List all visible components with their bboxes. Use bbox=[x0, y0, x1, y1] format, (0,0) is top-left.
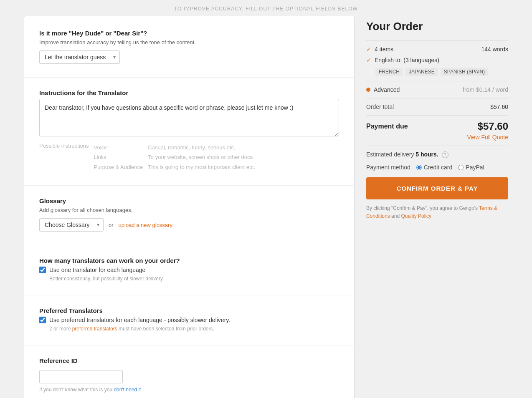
glossary-select-wrapper[interactable]: Choose Glossary bbox=[39, 218, 104, 232]
lang-tag-japanese: JAPANESE bbox=[405, 68, 438, 76]
tone-subtitle: Improve translation accuracy by telling … bbox=[39, 39, 339, 45]
order-divider-5 bbox=[366, 146, 508, 146]
preferred-hint-prefix: 2 or more bbox=[49, 326, 72, 332]
order-divider-2 bbox=[366, 81, 508, 81]
pi-key-voice: Voice bbox=[94, 143, 143, 152]
divider-3 bbox=[24, 245, 354, 245]
pi-value-links: To your website, screen shots or other d… bbox=[148, 152, 255, 162]
page-top-hint: TO IMPROVE ACCURACY, FILL OUT THE OPTION… bbox=[0, 0, 532, 16]
translator-checkbox[interactable] bbox=[39, 267, 46, 273]
pi-label: Possible instructions bbox=[39, 143, 89, 172]
form-panel: Is it more "Hey Dude" or "Dear Sir"? Imp… bbox=[24, 16, 355, 398]
pi-key-purpose: Purpose & Audience bbox=[94, 162, 143, 172]
credit-card-radio[interactable] bbox=[416, 165, 422, 170]
lang-tags: FRENCH JAPANESE SPANISH (SPAIN) bbox=[375, 68, 508, 76]
glossary-section: Glossary Add glossary for all chosen lan… bbox=[39, 197, 339, 232]
check-icon-languages: ✓ bbox=[366, 57, 371, 63]
confirm-order-button[interactable]: CONFIRM ORDER & PAY bbox=[366, 177, 508, 199]
translator-checkbox-row: Use one translator for each language bbox=[39, 267, 339, 273]
reference-input[interactable] bbox=[39, 370, 123, 383]
order-divider-3 bbox=[366, 98, 508, 98]
translator-hint: Better consistency, but possibility of s… bbox=[49, 276, 339, 282]
order-total-row: Order total $57.60 bbox=[366, 103, 508, 110]
terms-prefix: By clicking "Confirm & Pay", you agree t… bbox=[366, 205, 479, 211]
estimated-delivery: Estimated delivery 5 hours. ? bbox=[366, 151, 508, 158]
quality-policy-link[interactable]: Quality Policy bbox=[401, 213, 431, 219]
instructions-title: Instructions for the Translator bbox=[39, 89, 339, 96]
preferred-section: Preferred Translators Use preferred tran… bbox=[39, 307, 339, 332]
ref-hint-link[interactable]: don't need it bbox=[114, 387, 141, 393]
tone-select-wrapper[interactable]: Let the translator guess Formal Informal… bbox=[39, 50, 120, 64]
paypal-radio[interactable] bbox=[458, 165, 464, 170]
preferred-translators-link[interactable]: preferred translators bbox=[72, 326, 117, 332]
translator-checkbox-label[interactable]: Use one translator for each language bbox=[49, 267, 145, 273]
payment-due-value: $57.60 bbox=[478, 121, 508, 132]
credit-card-label: Credit card bbox=[424, 164, 452, 171]
order-title: Your Order bbox=[366, 20, 508, 33]
advanced-label: Advanced bbox=[374, 86, 400, 93]
advanced-row: Advanced from $0.14 / word bbox=[366, 86, 508, 93]
glossary-or: or bbox=[109, 222, 114, 228]
glossary-row: Choose Glossary or upload a new glossary bbox=[39, 218, 339, 232]
preferred-hint-suffix: must have been selected from prior order… bbox=[117, 326, 214, 332]
glossary-subtitle: Add glossary for all chosen languages. bbox=[39, 207, 339, 213]
order-total-label: Order total bbox=[366, 103, 394, 110]
tone-title: Is it more "Hey Dude" or "Dear Sir"? bbox=[39, 30, 339, 37]
top-hint-text: TO IMPROVE ACCURACY, FILL OUT THE OPTION… bbox=[174, 6, 358, 12]
pi-key-links: Links bbox=[94, 152, 143, 162]
order-total-value: $57.60 bbox=[490, 103, 508, 110]
credit-card-option[interactable]: Credit card bbox=[416, 164, 452, 171]
order-panel: Your Order ✓ 4 items 144 words ✓ English… bbox=[366, 16, 508, 221]
pi-value-purpose: This is going to my most important clien… bbox=[148, 162, 255, 172]
glossary-select[interactable]: Choose Glossary bbox=[39, 218, 104, 232]
estimated-label: Estimated delivery bbox=[366, 151, 414, 158]
upload-glossary-link[interactable]: upload a new glossary bbox=[119, 222, 172, 228]
order-divider-1 bbox=[366, 40, 508, 41]
advanced-dot-icon bbox=[366, 88, 370, 92]
preferred-checkbox[interactable] bbox=[39, 317, 46, 323]
reference-title: Reference ID bbox=[39, 357, 339, 364]
help-icon[interactable]: ? bbox=[442, 151, 448, 158]
translators-section: How many translators can work on your or… bbox=[39, 257, 339, 282]
preferred-hint: 2 or more preferred translators must hav… bbox=[49, 326, 339, 332]
tone-select[interactable]: Let the translator guess Formal Informal… bbox=[39, 50, 120, 64]
estimated-value: 5 hours. bbox=[415, 151, 438, 158]
reference-section: Reference ID If you don't know what this… bbox=[39, 357, 339, 393]
ref-hint-prefix: If you don't know what this is you bbox=[39, 387, 114, 393]
instructions-textarea[interactable]: Dear translator, if you have questions a… bbox=[39, 99, 339, 136]
payment-method-row: Payment method Credit card PayPal bbox=[366, 164, 508, 171]
order-items-row: ✓ 4 items 144 words bbox=[366, 46, 508, 53]
order-items-words: 144 words bbox=[481, 46, 508, 53]
translators-title: How many translators can work on your or… bbox=[39, 257, 339, 264]
order-languages-text: English to: (3 languages) bbox=[375, 57, 439, 63]
instructions-section: Instructions for the Translator Dear tra… bbox=[39, 89, 339, 172]
divider-1 bbox=[24, 77, 354, 78]
paypal-option[interactable]: PayPal bbox=[458, 164, 484, 171]
payment-due-label: Payment due bbox=[366, 123, 408, 130]
preferred-title: Preferred Translators bbox=[39, 307, 339, 314]
view-full-quote-link[interactable]: View Full Quote bbox=[366, 134, 508, 141]
divider-2 bbox=[24, 185, 354, 186]
possible-instructions: Possible instructions Voice Links Purpos… bbox=[39, 143, 339, 172]
check-icon-items: ✓ bbox=[366, 46, 371, 53]
pi-values: Casual, romantic, funny, serious etc. To… bbox=[148, 143, 255, 172]
payment-due-row: Payment due $57.60 bbox=[366, 121, 508, 132]
lang-tag-spanish: SPANISH (SPAIN) bbox=[441, 68, 488, 76]
terms-text: By clicking "Confirm & Pay", you agree t… bbox=[366, 204, 508, 220]
preferred-checkbox-label[interactable]: Use preferred translators for each langu… bbox=[49, 317, 230, 323]
pi-keys: Voice Links Purpose & Audience bbox=[94, 143, 143, 172]
pi-value-voice: Casual, romantic, funny, serious etc. bbox=[148, 143, 255, 152]
order-languages-row: ✓ English to: (3 languages) bbox=[366, 57, 508, 63]
order-languages-label: ✓ English to: (3 languages) bbox=[366, 57, 439, 63]
lang-tag-french: FRENCH bbox=[375, 68, 403, 76]
reference-hint: If you don't know what this is you don't… bbox=[39, 387, 339, 393]
order-items-count: 4 items bbox=[375, 46, 393, 53]
paypal-label: PayPal bbox=[466, 164, 484, 171]
divider-4 bbox=[24, 295, 354, 295]
order-items-label: ✓ 4 items bbox=[366, 46, 393, 53]
glossary-title: Glossary bbox=[39, 197, 339, 204]
payment-method-label: Payment method bbox=[366, 164, 410, 171]
preferred-checkbox-row: Use preferred translators for each langu… bbox=[39, 317, 339, 323]
divider-5 bbox=[24, 345, 354, 345]
advanced-left: Advanced bbox=[366, 86, 400, 93]
